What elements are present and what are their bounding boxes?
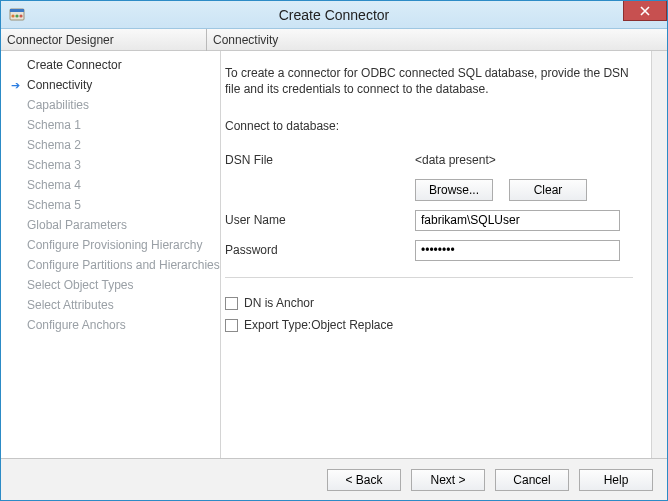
username-row: User Name (225, 207, 633, 233)
password-label: Password (225, 243, 415, 257)
dialog-body: Connector Designer Create Connector ➔Con… (1, 29, 667, 458)
nav-create-connector[interactable]: Create Connector (1, 55, 220, 75)
dn-anchor-checkbox[interactable] (225, 297, 238, 310)
intro-text: To create a connector for ODBC connected… (225, 65, 633, 97)
right-pane: Connectivity To create a connector for O… (207, 29, 667, 458)
left-pane: Connector Designer Create Connector ➔Con… (1, 29, 207, 458)
close-icon (640, 6, 650, 16)
nav-schema-2[interactable]: Schema 2 (1, 135, 220, 155)
svg-rect-1 (10, 9, 24, 12)
nav-schema-5[interactable]: Schema 5 (1, 195, 220, 215)
back-button[interactable]: < Back (327, 469, 401, 491)
svg-point-3 (15, 14, 18, 17)
right-content: To create a connector for ODBC connected… (207, 51, 651, 458)
help-button[interactable]: Help (579, 469, 653, 491)
svg-point-4 (19, 14, 22, 17)
password-row: Password (225, 237, 633, 263)
connect-heading: Connect to database: (225, 119, 633, 133)
nav-schema-3[interactable]: Schema 3 (1, 155, 220, 175)
export-type-checkbox[interactable] (225, 319, 238, 332)
dn-anchor-row: DN is Anchor (225, 292, 633, 314)
dn-anchor-label: DN is Anchor (244, 296, 314, 310)
export-type-label: Export Type:Object Replace (244, 318, 393, 332)
nav-configure-provisioning-hierarchy[interactable]: Configure Provisioning Hierarchy (1, 235, 220, 255)
wizard-nav: Create Connector ➔Connectivity Capabilit… (1, 51, 220, 458)
nav-global-parameters[interactable]: Global Parameters (1, 215, 220, 235)
dsn-value: <data present> (415, 153, 496, 167)
nav-configure-anchors[interactable]: Configure Anchors (1, 315, 220, 335)
app-icon (9, 7, 25, 23)
dialog-footer: < Back Next > Cancel Help (1, 458, 667, 500)
left-pane-header: Connector Designer (1, 29, 206, 51)
clear-button[interactable]: Clear (509, 179, 587, 201)
titlebar: Create Connector (1, 1, 667, 29)
nav-select-object-types[interactable]: Select Object Types (1, 275, 220, 295)
dsn-buttons-row: Browse... Clear (225, 177, 633, 203)
nav-capabilities[interactable]: Capabilities (1, 95, 220, 115)
svg-point-2 (11, 14, 14, 17)
dsn-label: DSN File (225, 153, 415, 167)
username-input[interactable] (415, 210, 620, 231)
nav-configure-partitions-hierarchies[interactable]: Configure Partitions and Hierarchies (1, 255, 220, 275)
arrow-right-icon: ➔ (11, 79, 25, 92)
close-button[interactable] (623, 1, 667, 21)
username-label: User Name (225, 213, 415, 227)
nav-schema-1[interactable]: Schema 1 (1, 115, 220, 135)
export-type-row: Export Type:Object Replace (225, 314, 633, 336)
cancel-button[interactable]: Cancel (495, 469, 569, 491)
dsn-row: DSN File <data present> (225, 147, 633, 173)
divider (225, 277, 633, 278)
dialog-window: Create Connector Connector Designer Crea… (0, 0, 668, 501)
browse-button[interactable]: Browse... (415, 179, 493, 201)
nav-connectivity[interactable]: ➔Connectivity (1, 75, 220, 95)
next-button[interactable]: Next > (411, 469, 485, 491)
right-pane-header: Connectivity (207, 29, 667, 51)
window-title: Create Connector (1, 7, 667, 23)
right-scrollbar[interactable] (651, 51, 667, 458)
nav-schema-4[interactable]: Schema 4 (1, 175, 220, 195)
nav-select-attributes[interactable]: Select Attributes (1, 295, 220, 315)
password-input[interactable] (415, 240, 620, 261)
